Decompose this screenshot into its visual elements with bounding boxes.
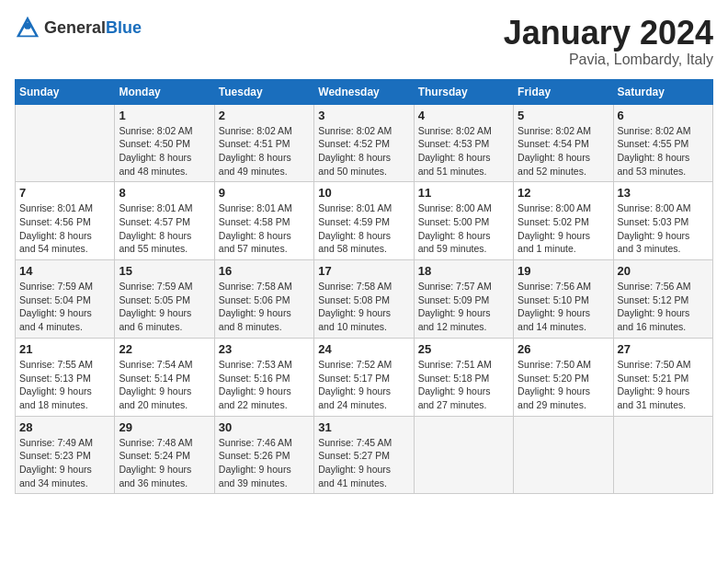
day-info: Sunrise: 7:56 AMSunset: 5:10 PMDaylight:…: [518, 280, 609, 334]
calendar-cell: 10Sunrise: 8:01 AMSunset: 4:59 PMDayligh…: [314, 182, 414, 260]
day-number: 23: [219, 342, 310, 356]
day-number: 4: [418, 109, 509, 122]
calendar-cell: 7Sunrise: 8:01 AMSunset: 4:56 PMDaylight…: [16, 182, 115, 260]
calendar-cell: 1Sunrise: 8:02 AMSunset: 4:50 PMDaylight…: [115, 104, 214, 182]
day-number: 6: [618, 109, 709, 122]
calendar-cell: 6Sunrise: 8:02 AMSunset: 4:55 PMDaylight…: [613, 104, 712, 182]
day-info: Sunrise: 7:50 AMSunset: 5:20 PMDaylight:…: [518, 358, 609, 412]
day-info: Sunrise: 8:02 AMSunset: 4:54 PMDaylight:…: [518, 124, 609, 178]
day-number: 29: [119, 420, 210, 434]
calendar-cell: 27Sunrise: 7:50 AMSunset: 5:21 PMDayligh…: [613, 338, 712, 416]
day-number: 15: [119, 264, 210, 278]
day-info: Sunrise: 7:54 AMSunset: 5:14 PMDaylight:…: [119, 358, 210, 412]
day-number: 19: [518, 264, 609, 278]
calendar-cell: 31Sunrise: 7:45 AMSunset: 5:27 PMDayligh…: [314, 416, 414, 494]
day-number: 18: [418, 264, 509, 278]
day-info: Sunrise: 8:01 AMSunset: 4:58 PMDaylight:…: [219, 201, 310, 256]
day-number: 8: [119, 186, 210, 200]
svg-point-2: [24, 22, 30, 29]
day-number: 10: [318, 186, 409, 200]
calendar-cell: 16Sunrise: 7:58 AMSunset: 5:06 PMDayligh…: [214, 260, 313, 339]
day-number: 2: [219, 109, 310, 122]
day-number: 17: [318, 264, 409, 278]
header-day-sunday: Sunday: [16, 79, 115, 104]
day-info: Sunrise: 8:02 AMSunset: 4:55 PMDaylight:…: [618, 124, 709, 178]
calendar-cell: 30Sunrise: 7:46 AMSunset: 5:26 PMDayligh…: [214, 416, 313, 494]
day-number: 30: [219, 420, 310, 434]
calendar-cell: 5Sunrise: 8:02 AMSunset: 4:54 PMDaylight…: [514, 104, 613, 182]
calendar-cell: 11Sunrise: 8:00 AMSunset: 5:00 PMDayligh…: [414, 182, 513, 260]
calendar-cell: 3Sunrise: 8:02 AMSunset: 4:52 PMDaylight…: [314, 104, 414, 182]
day-number: 12: [518, 186, 609, 200]
header-day-wednesday: Wednesday: [314, 79, 414, 104]
day-info: Sunrise: 7:45 AMSunset: 5:27 PMDaylight:…: [318, 436, 409, 490]
calendar-location: Pavia, Lombardy, Italy: [504, 52, 713, 68]
day-number: 1: [119, 109, 210, 122]
day-number: 5: [518, 109, 609, 122]
day-info: Sunrise: 8:02 AMSunset: 4:51 PMDaylight:…: [219, 124, 310, 178]
day-info: Sunrise: 8:02 AMSunset: 4:53 PMDaylight:…: [418, 124, 509, 178]
calendar-cell: 8Sunrise: 8:01 AMSunset: 4:57 PMDaylight…: [115, 182, 214, 260]
calendar-cell: 18Sunrise: 7:57 AMSunset: 5:09 PMDayligh…: [414, 260, 513, 339]
calendar-header: SundayMondayTuesdayWednesdayThursdayFrid…: [16, 79, 713, 104]
header-day-saturday: Saturday: [613, 79, 712, 104]
day-info: Sunrise: 7:48 AMSunset: 5:24 PMDaylight:…: [119, 436, 210, 490]
calendar-cell: 23Sunrise: 7:53 AMSunset: 5:16 PMDayligh…: [214, 338, 313, 416]
calendar-cell: 12Sunrise: 8:00 AMSunset: 5:02 PMDayligh…: [514, 182, 613, 260]
logo: GeneralBlue: [15, 15, 142, 40]
day-number: 14: [19, 264, 110, 278]
calendar-cell: 20Sunrise: 7:56 AMSunset: 5:12 PMDayligh…: [613, 260, 712, 339]
calendar-cell: 4Sunrise: 8:02 AMSunset: 4:53 PMDaylight…: [414, 104, 513, 182]
day-number: 21: [19, 342, 110, 356]
day-number: 7: [19, 186, 110, 200]
calendar-cell: [613, 416, 712, 494]
day-number: 28: [19, 420, 110, 434]
day-info: Sunrise: 8:00 AMSunset: 5:03 PMDaylight:…: [618, 201, 709, 256]
day-info: Sunrise: 8:02 AMSunset: 4:50 PMDaylight:…: [119, 124, 210, 178]
day-info: Sunrise: 8:01 AMSunset: 4:59 PMDaylight:…: [318, 201, 409, 256]
calendar-cell: 22Sunrise: 7:54 AMSunset: 5:14 PMDayligh…: [115, 338, 214, 416]
header-day-monday: Monday: [115, 79, 214, 104]
header-day-tuesday: Tuesday: [214, 79, 313, 104]
calendar-cell: 26Sunrise: 7:50 AMSunset: 5:20 PMDayligh…: [514, 338, 613, 416]
day-info: Sunrise: 7:56 AMSunset: 5:12 PMDaylight:…: [618, 280, 709, 334]
calendar-cell: 28Sunrise: 7:49 AMSunset: 5:23 PMDayligh…: [16, 416, 115, 494]
calendar-cell: 15Sunrise: 7:59 AMSunset: 5:05 PMDayligh…: [115, 260, 214, 339]
day-number: 31: [318, 420, 409, 434]
calendar-cell: [514, 416, 613, 494]
day-info: Sunrise: 7:59 AMSunset: 5:04 PMDaylight:…: [19, 280, 110, 334]
week-row-4: 21Sunrise: 7:55 AMSunset: 5:13 PMDayligh…: [16, 338, 713, 416]
day-number: 3: [318, 109, 409, 122]
day-info: Sunrise: 8:00 AMSunset: 5:00 PMDaylight:…: [418, 201, 509, 256]
calendar-title: January 2024: [504, 15, 713, 52]
day-info: Sunrise: 7:46 AMSunset: 5:26 PMDaylight:…: [219, 436, 310, 490]
calendar-cell: 25Sunrise: 7:51 AMSunset: 5:18 PMDayligh…: [414, 338, 513, 416]
day-info: Sunrise: 7:59 AMSunset: 5:05 PMDaylight:…: [119, 280, 210, 334]
calendar-cell: 24Sunrise: 7:52 AMSunset: 5:17 PMDayligh…: [314, 338, 414, 416]
day-number: 16: [219, 264, 310, 278]
day-info: Sunrise: 7:55 AMSunset: 5:13 PMDaylight:…: [19, 358, 110, 412]
calendar-table: SundayMondayTuesdayWednesdayThursdayFrid…: [15, 79, 713, 495]
day-info: Sunrise: 8:01 AMSunset: 4:56 PMDaylight:…: [19, 201, 110, 256]
calendar-cell: [16, 104, 115, 182]
day-info: Sunrise: 7:51 AMSunset: 5:18 PMDaylight:…: [418, 358, 509, 412]
week-row-3: 14Sunrise: 7:59 AMSunset: 5:04 PMDayligh…: [16, 260, 713, 339]
day-info: Sunrise: 7:50 AMSunset: 5:21 PMDaylight:…: [618, 358, 709, 412]
day-info: Sunrise: 7:49 AMSunset: 5:23 PMDaylight:…: [19, 436, 110, 490]
day-number: 9: [219, 186, 310, 200]
calendar-cell: 2Sunrise: 8:02 AMSunset: 4:51 PMDaylight…: [214, 104, 313, 182]
header-day-friday: Friday: [514, 79, 613, 104]
calendar-cell: 19Sunrise: 7:56 AMSunset: 5:10 PMDayligh…: [514, 260, 613, 339]
day-number: 24: [318, 342, 409, 356]
week-row-5: 28Sunrise: 7:49 AMSunset: 5:23 PMDayligh…: [16, 416, 713, 494]
day-info: Sunrise: 7:58 AMSunset: 5:06 PMDaylight:…: [219, 280, 310, 334]
day-info: Sunrise: 8:02 AMSunset: 4:52 PMDaylight:…: [318, 124, 409, 178]
calendar-cell: 29Sunrise: 7:48 AMSunset: 5:24 PMDayligh…: [115, 416, 214, 494]
calendar-cell: 9Sunrise: 8:01 AMSunset: 4:58 PMDaylight…: [214, 182, 313, 260]
week-row-1: 1Sunrise: 8:02 AMSunset: 4:50 PMDaylight…: [16, 104, 713, 182]
calendar-cell: [414, 416, 513, 494]
header-day-thursday: Thursday: [414, 79, 513, 104]
title-block: January 2024 Pavia, Lombardy, Italy: [504, 15, 713, 68]
calendar-body: 1Sunrise: 8:02 AMSunset: 4:50 PMDaylight…: [16, 104, 713, 494]
logo-blue-text: Blue: [106, 18, 142, 37]
